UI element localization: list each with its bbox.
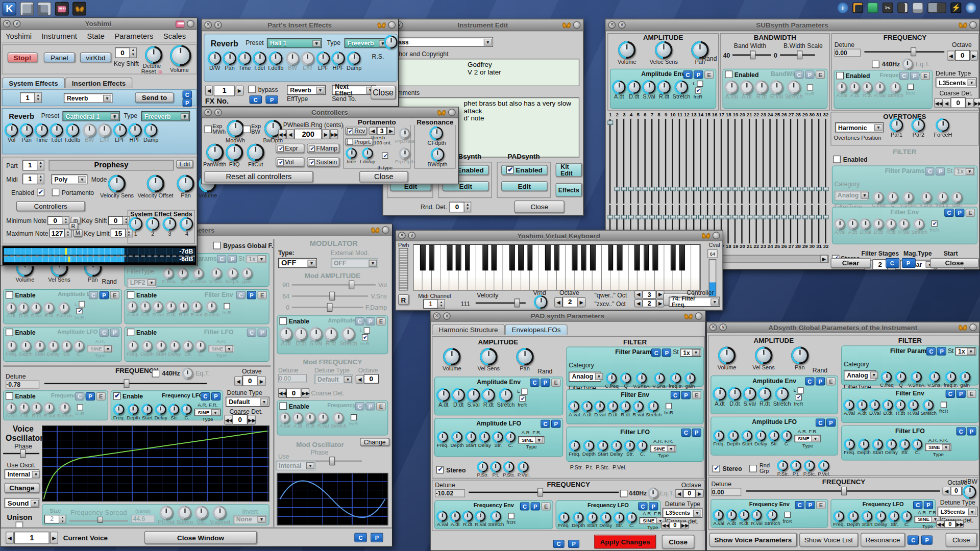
cfdpth-knob[interactable] [430,127,444,140]
th-type-checkbox[interactable] [382,152,388,158]
resonance-button[interactable]: Resonance [861,533,905,546]
knob[interactable] [241,268,252,279]
harmonic-slider[interactable] [691,119,697,204]
harmonic-slider[interactable] [795,205,801,244]
shade-icon[interactable]: ∨ [13,20,21,28]
knob[interactable] [516,348,533,365]
knob[interactable] [333,412,344,423]
knob[interactable] [886,439,897,450]
knob[interactable] [781,430,792,441]
knob[interactable] [207,301,217,312]
use-oscil-select[interactable]: Internal [5,469,40,480]
knob[interactable] [582,401,593,412]
knob[interactable] [20,340,31,351]
enable-checkbox[interactable] [6,291,13,299]
padsynth-enabled-button[interactable]: Enabled [501,165,548,175]
knob[interactable] [128,404,139,415]
porta-updown-knob[interactable] [362,148,373,159]
knob[interactable] [908,400,919,411]
note-r-button[interactable]: R [69,222,78,230]
shade-icon[interactable]: ∨ [214,21,222,29]
knob[interactable] [479,432,490,442]
eqt-knob[interactable] [182,368,193,379]
close-icon[interactable]: ✕ [3,20,11,28]
master-volume-knob[interactable] [170,45,191,66]
pager-icon[interactable] [927,3,946,13]
piano-black-key[interactable] [554,245,560,270]
harmonic-slider[interactable] [615,119,620,204]
knob[interactable] [193,268,204,279]
master-detune-knob[interactable] [145,46,162,64]
knob[interactable] [755,430,766,441]
knob[interactable] [443,348,460,365]
knob[interactable] [873,192,884,203]
close-window-button[interactable]: Close Window [144,531,257,544]
knob[interactable] [804,460,815,471]
knob[interactable] [6,403,16,413]
harmonic-slider[interactable] [823,205,828,244]
enable-checkbox[interactable] [279,317,287,325]
knob[interactable] [450,511,460,522]
knob[interactable] [862,511,873,522]
knob[interactable] [59,303,69,313]
knob[interactable] [332,52,345,65]
enable-checkbox[interactable] [6,392,13,400]
knob[interactable] [819,460,829,471]
close-button[interactable]: Close [946,533,977,546]
harmonic-slider[interactable] [649,119,655,204]
knob[interactable] [923,400,934,411]
knob[interactable] [612,81,626,94]
piano-black-key[interactable] [617,245,622,270]
knob[interactable] [895,400,906,411]
knob[interactable] [788,81,801,94]
knob[interactable] [872,439,883,450]
knob[interactable] [714,510,724,520]
detune-slider[interactable] [746,487,940,495]
exp-bw-checkbox[interactable] [243,126,251,133]
knob[interactable] [758,387,771,400]
filter-enabled-checkbox[interactable] [833,156,841,163]
reset-controllers-button[interactable]: Reset all controllers [204,171,313,183]
bypass-checkbox[interactable] [248,86,256,93]
440hz-checkbox[interactable] [152,369,160,377]
knob[interactable] [223,52,236,65]
knob[interactable] [279,328,292,341]
harmonic-slider[interactable] [753,205,759,244]
stop-button[interactable]: Stop! [8,53,38,63]
detune-slider[interactable] [864,47,944,56]
knob[interactable] [292,412,303,423]
piano-black-key[interactable] [652,245,658,270]
knob[interactable] [113,123,127,137]
knob[interactable] [844,400,855,411]
eqt-knob[interactable] [902,59,913,69]
knob[interactable] [98,123,111,137]
globe-icon[interactable] [966,3,976,13]
knob[interactable] [62,340,72,351]
fx-type-select[interactable]: Freeverb [141,111,190,121]
knob[interactable] [227,268,238,279]
knob[interactable] [295,328,308,341]
oscillator-change-button[interactable]: Change [5,483,40,493]
part-instrument-name[interactable]: Prophesy [49,160,174,170]
knob[interactable] [847,219,858,230]
knob[interactable] [6,340,17,351]
knob[interactable] [914,219,925,230]
knob[interactable] [573,512,584,523]
knob[interactable] [767,510,778,520]
effects-button[interactable]: Effects [556,183,582,197]
knob[interactable] [34,340,45,351]
knob[interactable] [208,52,222,65]
bwenv-enabled-checkbox[interactable] [725,70,732,78]
knob[interactable] [48,340,59,351]
knob[interactable] [482,389,495,402]
knob[interactable] [751,510,762,520]
harmonic-slider[interactable] [823,119,828,204]
knob[interactable] [183,340,193,351]
filter-category-select[interactable]: Analog [835,190,868,201]
knob[interactable] [636,373,647,384]
piano-black-key[interactable] [420,245,426,270]
knob[interactable] [862,82,872,92]
close-button[interactable]: Close [371,86,396,99]
knob[interactable] [169,340,180,351]
mod-osc-change-button[interactable]: Change [360,438,389,446]
